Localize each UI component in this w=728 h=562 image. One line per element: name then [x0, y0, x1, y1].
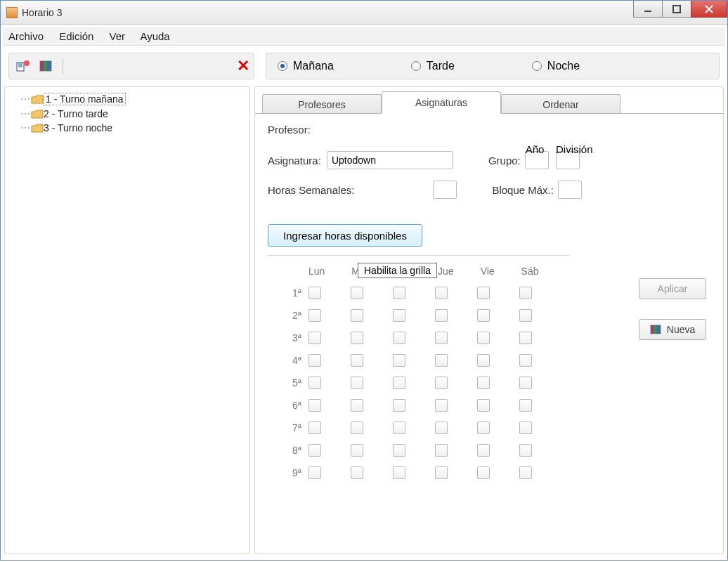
tree-dots-icon: ⋯ [20, 122, 30, 133]
bloque-input[interactable] [558, 181, 582, 199]
hour-checkbox[interactable] [435, 309, 448, 322]
hour-checkbox[interactable] [351, 377, 363, 389]
menubar: Archivo Edición Ver Ayuda [3, 27, 725, 46]
hour-checkbox[interactable] [393, 332, 405, 344]
hour-checkbox[interactable] [477, 444, 490, 457]
hour-checkbox[interactable] [435, 354, 448, 367]
row-label: 3ª [268, 332, 301, 344]
hour-checkbox[interactable] [435, 332, 448, 344]
ingresar-horas-button[interactable]: Ingresar horas disponibles [268, 224, 422, 247]
hour-checkbox[interactable] [351, 309, 363, 322]
hour-checkbox[interactable] [519, 309, 532, 322]
row-label: 5ª [268, 377, 301, 388]
hour-checkbox[interactable] [393, 422, 405, 434]
hour-checkbox[interactable] [435, 399, 448, 412]
hour-checkbox[interactable] [308, 399, 321, 412]
row-label: 4ª [268, 355, 301, 366]
hour-checkbox[interactable] [351, 332, 363, 344]
hour-checkbox[interactable] [477, 399, 490, 412]
tab-profesores[interactable]: Profesores [262, 94, 382, 114]
tree-item-3[interactable]: ⋯ 3 - Turno noche [8, 121, 247, 135]
hour-checkbox[interactable] [519, 377, 532, 389]
svg-rect-9 [651, 325, 654, 334]
hour-checkbox[interactable] [435, 422, 448, 434]
bloque-label: Bloque Máx.: [492, 184, 554, 196]
hour-checkbox[interactable] [351, 466, 363, 479]
hour-checkbox[interactable] [435, 444, 448, 457]
radio-icon [411, 61, 421, 71]
svg-rect-0 [644, 11, 651, 12]
toolbar-icon-2[interactable] [36, 56, 56, 76]
hour-checkbox[interactable] [351, 399, 363, 412]
hour-checkbox[interactable] [435, 377, 448, 389]
folder-icon [31, 94, 44, 104]
hour-checkbox[interactable] [393, 287, 405, 299]
menu-ayuda[interactable]: Ayuda [140, 30, 169, 42]
hour-checkbox[interactable] [308, 354, 321, 367]
radio-tarde[interactable]: Tarde [411, 60, 455, 72]
nueva-label: Nueva [667, 324, 695, 335]
svg-point-3 [24, 60, 30, 66]
hour-checkbox[interactable] [519, 444, 532, 457]
menu-ver[interactable]: Ver [110, 30, 126, 42]
hour-checkbox[interactable] [477, 466, 490, 479]
hour-checkbox[interactable] [308, 287, 321, 299]
close-button[interactable] [691, 1, 727, 18]
hour-checkbox[interactable] [477, 309, 490, 322]
hour-checkbox[interactable] [477, 422, 490, 434]
hour-checkbox[interactable] [519, 287, 532, 299]
grid-row: 5ª [268, 377, 710, 389]
hour-checkbox[interactable] [308, 444, 321, 457]
tree-dots-icon: ⋯ [20, 93, 30, 105]
tabs: Profesores Asignaturas Ordenar [255, 87, 723, 114]
hour-checkbox[interactable] [519, 354, 532, 367]
hour-checkbox[interactable] [393, 354, 405, 367]
hour-checkbox[interactable] [477, 287, 490, 299]
hour-checkbox[interactable] [308, 309, 321, 322]
tree-dots-icon: ⋯ [20, 108, 30, 119]
hour-checkbox[interactable] [351, 444, 363, 457]
minimize-button[interactable] [633, 1, 663, 18]
hour-checkbox[interactable] [351, 287, 363, 299]
menu-edicion[interactable]: Edición [59, 30, 93, 42]
grid-row: 4ª [268, 354, 710, 367]
hour-checkbox[interactable] [308, 377, 321, 389]
hour-checkbox[interactable] [519, 332, 532, 344]
hour-checkbox[interactable] [435, 466, 448, 479]
hour-checkbox[interactable] [477, 354, 490, 367]
asignatura-input[interactable] [327, 151, 453, 169]
hour-checkbox[interactable] [393, 377, 405, 389]
tree-item-2[interactable]: ⋯ 2 - Turno tarde [8, 107, 247, 121]
hour-checkbox[interactable] [477, 377, 490, 389]
hour-checkbox[interactable] [519, 466, 532, 479]
nueva-button[interactable]: Nueva [639, 319, 706, 340]
hour-checkbox[interactable] [519, 422, 532, 434]
hour-checkbox[interactable] [393, 466, 405, 479]
hour-checkbox[interactable] [308, 466, 321, 479]
tree-item-1[interactable]: ⋯ 1 - Turno mañana [8, 91, 247, 107]
horas-label: Horas Semanales: [268, 184, 354, 196]
tab-asignaturas[interactable]: Asignaturas [382, 91, 501, 114]
menu-archivo[interactable]: Archivo [8, 30, 44, 42]
hour-checkbox[interactable] [435, 287, 448, 299]
tree-item-label: 3 - Turno noche [44, 122, 112, 133]
hour-checkbox[interactable] [393, 444, 405, 457]
day-header: Sáb [521, 266, 539, 277]
aplicar-button[interactable]: Aplicar [639, 278, 706, 299]
svg-rect-1 [673, 6, 680, 13]
hour-checkbox[interactable] [393, 309, 405, 322]
radio-manana[interactable]: Mañana [278, 60, 334, 72]
hour-checkbox[interactable] [351, 422, 363, 434]
delete-icon[interactable]: ✕ [237, 57, 249, 75]
hour-checkbox[interactable] [393, 399, 405, 412]
maximize-button[interactable] [662, 1, 691, 18]
radio-noche[interactable]: Noche [532, 60, 580, 72]
hour-checkbox[interactable] [351, 354, 363, 367]
toolbar-icon-1[interactable] [13, 56, 33, 76]
hour-checkbox[interactable] [308, 422, 321, 434]
hour-checkbox[interactable] [477, 332, 490, 344]
tab-ordenar[interactable]: Ordenar [501, 94, 620, 114]
hour-checkbox[interactable] [519, 399, 532, 412]
horas-input[interactable] [433, 181, 457, 199]
hour-checkbox[interactable] [308, 332, 321, 344]
